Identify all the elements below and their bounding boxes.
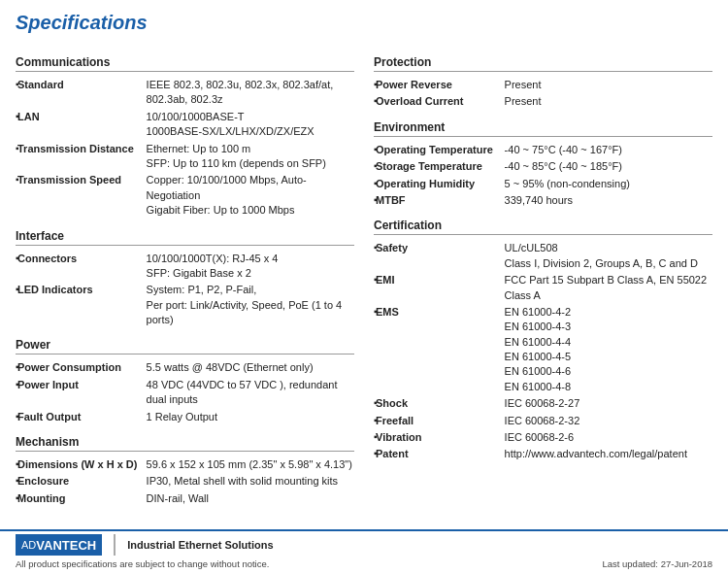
spec-label: Operating Temperature: [374, 142, 503, 158]
spec-label: Freefall: [374, 413, 503, 429]
spec-label: Standard: [16, 77, 145, 109]
mechanism-table: Dimensions (W x H x D) 59.6 x 152 x 105 …: [16, 456, 354, 507]
spec-label: MTBF: [374, 192, 503, 209]
table-row: Storage Temperature -40 ~ 85°C (-40 ~ 18…: [374, 158, 712, 175]
table-row: Enclosure IP30, Metal shell with solid m…: [16, 473, 354, 490]
spec-value: 10/100/1000T(X): RJ-45 x 4 SFP: Gigabit …: [145, 251, 354, 283]
spec-value: IEEE 802.3, 802.3u, 802.3x, 802.3af/at, …: [145, 77, 354, 109]
spec-label: EMI: [374, 272, 503, 304]
spec-value: 59.6 x 152 x 105 mm (2.35" x 5.98" x 4.1…: [145, 456, 354, 473]
spec-label: Connectors: [16, 251, 145, 283]
certification-table: Safety UL/cUL508 Class I, Division 2, Gr…: [374, 240, 712, 462]
spec-label: Mounting: [16, 490, 145, 507]
footer-subtitle: Industrial Ethernet Solutions: [127, 539, 273, 551]
spec-value: Ethernet: Up to 100 m SFP: Up to 110 km …: [145, 141, 354, 173]
table-row: EMS EN 61000-4-2 EN 61000-4-3 EN 61000-4…: [374, 304, 712, 395]
table-row: Vibration IEC 60068-2-6: [374, 429, 712, 446]
footer-disclaimer: All product specifications are subject t…: [16, 558, 269, 569]
table-row: EMI FCC Part 15 Subpart B Class A, EN 55…: [374, 272, 712, 304]
table-row: Freefall IEC 60068-2-32: [374, 413, 712, 429]
table-row: Power Input 48 VDC (44VDC to 57 VDC ), r…: [16, 377, 354, 409]
footer-top: AD VANTECH Industrial Ethernet Solutions: [0, 531, 728, 558]
table-row: Mounting DIN-rail, Wall: [16, 490, 354, 507]
spec-value: 339,740 hours: [503, 192, 712, 209]
spec-label: LAN: [16, 109, 145, 141]
spec-value: 48 VDC (44VDC to 57 VDC ), redundant dua…: [145, 377, 354, 409]
table-row: Fault Output 1 Relay Output: [16, 409, 354, 425]
spec-label: Power Input: [16, 377, 145, 409]
communications-table: Standard IEEE 802.3, 802.3u, 802.3x, 802…: [16, 77, 354, 219]
spec-label: Vibration: [374, 429, 503, 446]
table-row: Power Consumption 5.5 watts @ 48VDC (Eth…: [16, 359, 354, 376]
table-row: LAN 10/100/1000BASE-T 1000BASE-SX/LX/LHX…: [16, 109, 354, 141]
page-wrapper: Specifications Communications Standard I…: [0, 0, 728, 559]
spec-value: IP30, Metal shell with solid mounting ki…: [145, 473, 354, 490]
protection-table: Power Reverse Present Overload Current P…: [374, 77, 712, 111]
spec-label: Operating Humidity: [374, 176, 503, 192]
spec-label: Storage Temperature: [374, 158, 503, 175]
table-row: Shock IEC 60068-2-27: [374, 395, 712, 412]
spec-label: Overload Current: [374, 93, 503, 110]
table-row: Overload Current Present: [374, 93, 712, 110]
section-title-mechanism: Mechanism: [16, 435, 354, 452]
environment-table: Operating Temperature -40 ~ 75°C (-40 ~ …: [374, 142, 712, 210]
spec-value: 5 ~ 95% (non-condensing): [503, 176, 712, 192]
spec-value: Copper: 10/100/1000 Mbps, Auto-Negotiati…: [145, 172, 354, 219]
table-row: Operating Humidity 5 ~ 95% (non-condensi…: [374, 176, 712, 192]
left-column: Communications Standard IEEE 802.3, 802.…: [16, 46, 354, 511]
spec-label: Dimensions (W x H x D): [16, 456, 145, 473]
logo-ad: AD: [21, 539, 36, 551]
spec-value: Present: [503, 93, 712, 110]
spec-value: EN 61000-4-2 EN 61000-4-3 EN 61000-4-4 E…: [503, 304, 712, 395]
table-row: LED Indicators System: P1, P2, P-Fail, P…: [16, 282, 354, 328]
spec-value: FCC Part 15 Subpart B Class A, EN 55022 …: [503, 272, 712, 304]
table-row: Transmission Distance Ethernet: Up to 10…: [16, 141, 354, 173]
section-title-communications: Communications: [16, 55, 354, 72]
footer-logo-area: AD VANTECH: [16, 534, 116, 556]
table-row: Patent http://www.advantech.com/legal/pa…: [374, 446, 712, 462]
spec-value: http://www.advantech.com/legal/patent: [503, 446, 712, 462]
spec-value: IEC 60068-2-32: [503, 413, 712, 429]
spec-label: Transmission Speed: [16, 172, 145, 219]
spec-label: Power Reverse: [374, 77, 503, 93]
spec-label: LED Indicators: [16, 282, 145, 328]
logo-vantech: VANTECH: [36, 538, 96, 553]
section-title-certification: Certification: [374, 219, 712, 235]
spec-value: System: P1, P2, P-Fail, Per port: Link/A…: [145, 282, 354, 328]
spec-value: -40 ~ 85°C (-40 ~ 185°F): [503, 158, 712, 175]
right-column: Protection Power Reverse Present Overloa…: [374, 46, 712, 511]
spec-value: 1 Relay Output: [145, 409, 354, 425]
table-row: Operating Temperature -40 ~ 75°C (-40 ~ …: [374, 142, 712, 158]
table-row: Transmission Speed Copper: 10/100/1000 M…: [16, 172, 354, 219]
spec-value: Present: [503, 77, 712, 93]
spec-value: 10/100/1000BASE-T 1000BASE-SX/LX/LHX/XD/…: [145, 109, 354, 141]
section-title-environment: Environment: [374, 120, 712, 137]
spec-label: Patent: [374, 446, 503, 462]
spec-label: Shock: [374, 395, 503, 412]
spec-label: Safety: [374, 240, 503, 272]
table-row: Safety UL/cUL508 Class I, Division 2, Gr…: [374, 240, 712, 272]
section-title-power: Power: [16, 338, 354, 355]
spec-label: Fault Output: [16, 409, 145, 425]
spec-value: UL/cUL508 Class I, Division 2, Groups A,…: [503, 240, 712, 272]
spec-label: Transmission Distance: [16, 141, 145, 173]
table-row: Dimensions (W x H x D) 59.6 x 152 x 105 …: [16, 456, 354, 473]
logo-box: AD VANTECH: [16, 534, 102, 556]
footer: AD VANTECH Industrial Ethernet Solutions…: [0, 529, 728, 574]
spec-value: IEC 60068-2-6: [503, 429, 712, 446]
page-title: Specifications: [16, 12, 712, 34]
power-table: Power Consumption 5.5 watts @ 48VDC (Eth…: [16, 359, 354, 425]
spec-value: 5.5 watts @ 48VDC (Ethernet only): [145, 359, 354, 376]
spec-value: DIN-rail, Wall: [145, 490, 354, 507]
footer-last-updated: Last updated: 27-Jun-2018: [602, 558, 712, 569]
table-row: MTBF 339,740 hours: [374, 192, 712, 209]
table-row: Standard IEEE 802.3, 802.3u, 802.3x, 802…: [16, 77, 354, 109]
spec-value: IEC 60068-2-27: [503, 395, 712, 412]
section-title-protection: Protection: [374, 55, 712, 72]
spec-label: Power Consumption: [16, 359, 145, 376]
spec-label: Enclosure: [16, 473, 145, 490]
interface-table: Connectors 10/100/1000T(X): RJ-45 x 4 SF…: [16, 251, 354, 329]
footer-bottom: All product specifications are subject t…: [0, 558, 728, 569]
spec-label: EMS: [374, 304, 503, 395]
section-title-interface: Interface: [16, 229, 354, 246]
